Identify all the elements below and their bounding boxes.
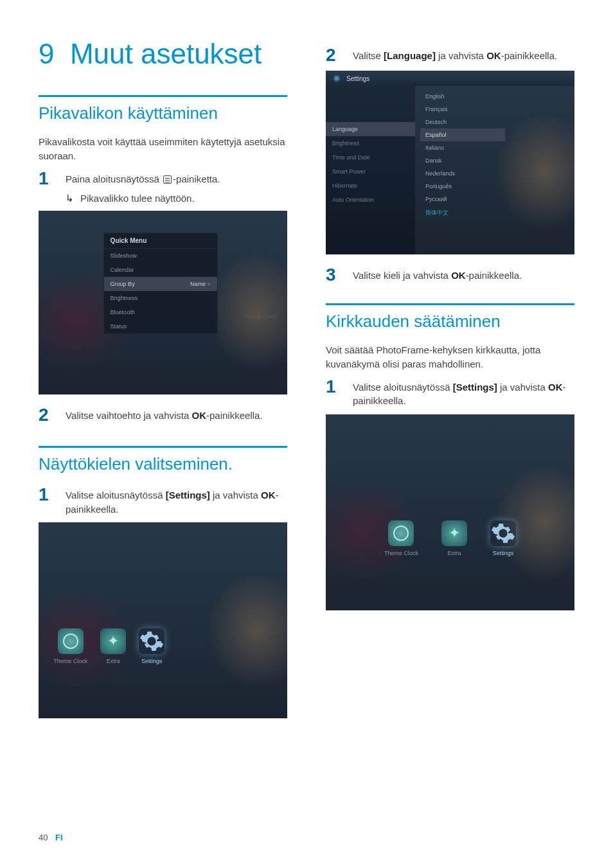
step-text: Paina aloitusnäytössä -painiketta. bbox=[66, 170, 220, 188]
step-3: 3 Valitse kieli ja vahvista OK-painikkee… bbox=[326, 266, 574, 284]
section-title: Kirkkauden säätäminen bbox=[326, 312, 574, 332]
arrow-icon: ↳ bbox=[66, 193, 74, 204]
clock-icon bbox=[388, 520, 414, 546]
step-text: Valitse kieli ja vahvista OK-painikkeell… bbox=[353, 266, 522, 284]
quick-menu-item[interactable]: Group ByName » bbox=[104, 277, 217, 291]
language-option[interactable]: 简体中文 bbox=[420, 206, 505, 220]
settings-bar-label: Settings bbox=[346, 75, 369, 82]
language-option[interactable]: Français bbox=[420, 103, 505, 116]
settings-title-bar: Settings bbox=[326, 71, 574, 86]
menu-icon bbox=[163, 175, 172, 184]
home-icon-row: Theme ClockExtraSettings bbox=[326, 520, 574, 556]
home-icon-theme-clock[interactable]: Theme Clock bbox=[53, 628, 87, 664]
quick-menu-item-label: Calendar bbox=[111, 267, 134, 273]
language-option[interactable]: English bbox=[420, 90, 505, 103]
gear-icon bbox=[332, 74, 341, 83]
quick-menu-panel: Quick Menu SlideshowCalendarGroup ByName… bbox=[103, 233, 218, 334]
step-number: 1 bbox=[39, 486, 54, 517]
quick-menu-item-value: Name » bbox=[190, 281, 211, 287]
gear-icon bbox=[490, 520, 516, 546]
settings-item[interactable]: Brightness bbox=[326, 136, 415, 150]
settings-item[interactable]: Language bbox=[326, 122, 415, 136]
page-footer: 40 FI bbox=[39, 833, 63, 842]
step-number: 1 bbox=[39, 170, 54, 188]
settings-item[interactable]: Smart Power bbox=[326, 164, 415, 179]
sub-bullet-text: Pikavalikko tulee näyttöön. bbox=[80, 193, 195, 204]
clock-icon bbox=[58, 628, 84, 654]
intro-text: Voit säätää PhotoFrame-kehyksen kirkkaut… bbox=[326, 343, 574, 371]
step-2: 2 Valitse [Language] ja vahvista OK-pain… bbox=[326, 46, 574, 64]
step-text: Valitse aloitusnäytössä [Settings] ja va… bbox=[353, 378, 574, 409]
screenshot-home-settings: Theme ClockExtraSettings bbox=[39, 522, 287, 718]
step-number: 2 bbox=[326, 46, 341, 64]
step-number: 1 bbox=[326, 378, 341, 409]
quick-menu-item-label: Bluetooth bbox=[111, 309, 135, 315]
home-icon-settings[interactable]: Settings bbox=[490, 520, 516, 556]
step-text: Valitse aloitusnäytössä [Settings] ja va… bbox=[66, 486, 287, 517]
language-option[interactable]: Italiano bbox=[420, 141, 505, 154]
language-list: EnglishFrançaisDeutschEspañolItalianoDan… bbox=[420, 90, 505, 220]
settings-item[interactable]: Time and Date bbox=[326, 150, 415, 164]
language-option[interactable]: Nederlands bbox=[420, 167, 505, 180]
language-option[interactable]: Português bbox=[420, 180, 505, 193]
section-title: Näyttökielen valitseminen. bbox=[39, 454, 287, 474]
settings-item[interactable]: Hibernate bbox=[326, 179, 415, 193]
home-icon-extra[interactable]: Extra bbox=[100, 628, 126, 664]
home-icon-label: Theme Clock bbox=[53, 658, 87, 664]
extra-icon bbox=[441, 520, 467, 546]
page-lang-code: FI bbox=[55, 833, 63, 842]
intro-text: Pikavalikosta voit käyttää useimmiten kä… bbox=[39, 135, 287, 163]
photo-background bbox=[39, 522, 287, 718]
quick-menu-item[interactable]: Calendar bbox=[104, 263, 217, 277]
sub-bullet: ↳ Pikavalikko tulee näyttöön. bbox=[66, 193, 287, 204]
step-text: Valitse vaihtoehto ja vahvista OK-painik… bbox=[66, 406, 263, 424]
section-language: Näyttökielen valitseminen. 1 Valitse alo… bbox=[39, 446, 287, 718]
quick-menu-item-label: Group By bbox=[111, 281, 135, 287]
quick-menu-item-label: Brightness bbox=[111, 295, 138, 301]
section-rule bbox=[326, 303, 574, 305]
settings-item[interactable]: Auto Orientation bbox=[326, 193, 415, 207]
quick-menu-item-label: Status bbox=[111, 323, 127, 330]
page-number: 40 bbox=[39, 833, 48, 842]
home-icon-label: Theme Clock bbox=[384, 550, 418, 556]
language-option[interactable]: Español bbox=[420, 128, 505, 141]
home-icon-label: Extra bbox=[441, 550, 467, 556]
language-option[interactable]: Deutsch bbox=[420, 116, 505, 128]
step-number: 3 bbox=[326, 266, 341, 284]
language-option[interactable]: Dansk bbox=[420, 154, 505, 167]
home-icon-extra[interactable]: Extra bbox=[441, 520, 467, 556]
chapter-title-text: Muut asetukset bbox=[70, 38, 262, 69]
section-brightness: Kirkkauden säätäminen Voit säätää PhotoF… bbox=[326, 303, 574, 610]
watermark-text: Theme Clock bbox=[244, 314, 278, 320]
photo-background bbox=[326, 414, 574, 610]
language-option[interactable]: Русский bbox=[420, 193, 505, 206]
gear-icon bbox=[139, 628, 164, 654]
step-1: 1 Valitse aloitusnäytössä [Settings] ja … bbox=[326, 378, 574, 409]
chapter-number: 9 bbox=[39, 38, 54, 69]
quick-menu-item[interactable]: Slideshow bbox=[104, 249, 217, 263]
home-icon-theme-clock[interactable]: Theme Clock bbox=[384, 520, 418, 556]
home-icon-label: Settings bbox=[139, 658, 164, 664]
step-2: 2 Valitse vaihtoehto ja vahvista OK-pain… bbox=[39, 406, 287, 424]
home-icon-label: Extra bbox=[100, 658, 126, 664]
extra-icon bbox=[100, 628, 126, 654]
chapter-title: 9 Muut asetukset bbox=[39, 39, 287, 69]
section-title: Pikavalikon käyttäminen bbox=[39, 103, 287, 123]
section-quickmenu: Pikavalikon käyttäminen Pikavalikosta vo… bbox=[39, 95, 287, 424]
quick-menu-header: Quick Menu bbox=[104, 233, 217, 249]
quick-menu-item-label: Slideshow bbox=[111, 252, 137, 259]
quick-menu-item[interactable]: Bluetooth bbox=[104, 305, 217, 319]
quick-menu-item[interactable]: Status bbox=[104, 319, 217, 333]
step-1: 1 Paina aloitusnäytössä -painiketta. bbox=[39, 170, 287, 188]
step-1: 1 Valitse aloitusnäytössä [Settings] ja … bbox=[39, 486, 287, 517]
quick-menu-item[interactable]: Brightness bbox=[104, 291, 217, 305]
screenshot-quick-menu: Quick Menu SlideshowCalendarGroup ByName… bbox=[39, 211, 287, 394]
section-rule bbox=[39, 95, 287, 97]
step-text: Valitse [Language] ja vahvista OK-painik… bbox=[353, 46, 557, 64]
home-icon-label: Settings bbox=[490, 550, 516, 556]
home-icon-row: Theme ClockExtraSettings bbox=[39, 628, 287, 664]
home-icon-settings[interactable]: Settings bbox=[139, 628, 164, 664]
screenshot-home-settings-2: Theme ClockExtraSettings bbox=[326, 414, 574, 610]
step-number: 2 bbox=[39, 406, 54, 424]
settings-left-list: LanguageBrightnessTime and DateSmart Pow… bbox=[326, 86, 415, 254]
